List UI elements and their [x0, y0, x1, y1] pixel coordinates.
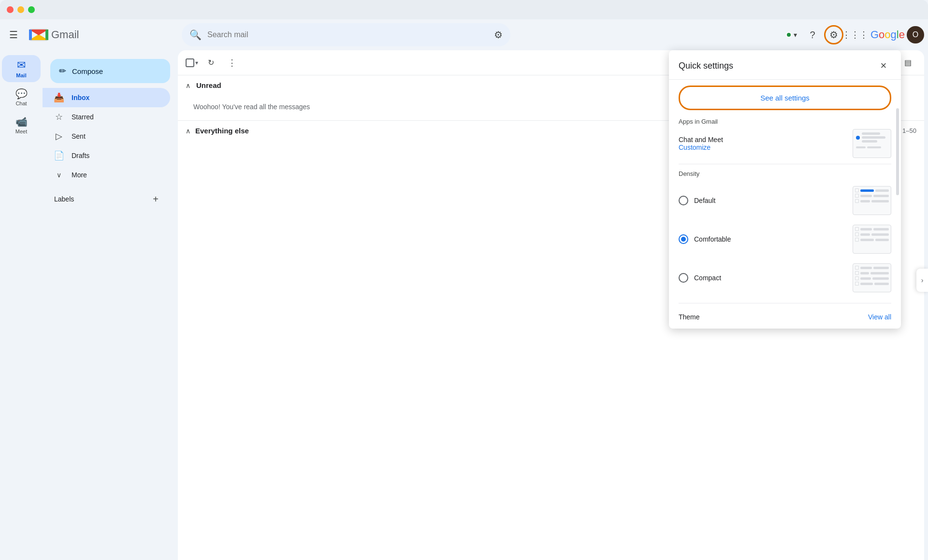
sent-icon: ▷	[53, 131, 65, 142]
sidebar-item-mail[interactable]: ✉ Mail	[2, 55, 41, 82]
theme-row: Theme View all	[679, 309, 891, 323]
sidebar-icon-nav: ✉ Mail 💬 Chat 📹 Meet	[0, 50, 43, 560]
inbox-icon: 📥	[53, 92, 65, 103]
select-chevron-icon[interactable]: ▾	[195, 59, 198, 66]
chevron-down-icon: ∨	[53, 171, 65, 179]
avatar[interactable]: O	[907, 26, 924, 43]
density-comfortable-preview	[853, 225, 891, 254]
search-bar: 🔍 ⚙	[182, 23, 510, 46]
add-label-button[interactable]: +	[149, 192, 162, 206]
sidebar-nav-drafts[interactable]: 📄 Drafts	[43, 146, 170, 165]
compose-button[interactable]: ✏ Compose	[50, 59, 170, 83]
drafts-icon: 📄	[53, 150, 65, 161]
sidebar: ✏ Compose 📥 Inbox ☆ Starred ▷ Sent 📄 Dra…	[43, 50, 178, 560]
select-all-checkbox[interactable]	[186, 58, 194, 67]
sidebar-nav-sent[interactable]: ▷ Sent	[43, 127, 170, 146]
hamburger-menu-button[interactable]: ☰	[4, 25, 23, 44]
quick-settings-scrollbar[interactable]	[896, 108, 899, 195]
status-dot	[786, 32, 792, 38]
see-all-settings-button[interactable]: See all settings	[679, 86, 891, 110]
header-right: ▾ ? ⚙ ⋮⋮⋮ Google O	[782, 25, 924, 44]
unread-collapse-icon[interactable]: ∧	[186, 82, 190, 89]
main-topbar: ☰ Gmail 🔍 ⚙	[0, 19, 928, 50]
quick-settings-body: See all settings Apps in Gmail Chat and …	[669, 80, 901, 329]
filter-icon[interactable]: ⚙	[494, 29, 503, 41]
google-g: G	[870, 29, 879, 41]
labels-section: Labels +	[43, 185, 170, 210]
density-default-preview	[853, 186, 891, 215]
mail-icon: ✉	[17, 59, 26, 72]
gmail-logo: Gmail	[23, 23, 110, 46]
sidebar-item-meet[interactable]: 📹 Meet	[2, 112, 41, 138]
sidebar-nav-starred[interactable]: ☆ Starred	[43, 107, 170, 127]
close-window-button[interactable]	[7, 6, 14, 13]
google-logo: Google	[870, 29, 905, 41]
view-all-themes-link[interactable]: View all	[868, 313, 891, 321]
density-default-radio	[679, 196, 688, 205]
chat-meet-preview	[853, 129, 891, 158]
sidebar-nav-inbox[interactable]: 📥 Inbox	[43, 88, 170, 107]
star-icon: ☆	[53, 112, 65, 122]
maximize-window-button[interactable]	[28, 6, 35, 13]
quick-settings-panel: Quick settings × See all settings Apps i…	[669, 50, 901, 329]
everything-else-collapse-icon[interactable]: ∧	[186, 127, 190, 135]
density-compact-option[interactable]: Compact	[679, 258, 891, 297]
customize-link[interactable]: Customize	[679, 144, 723, 151]
theme-divider	[679, 303, 891, 303]
select-all-area: ▾	[186, 58, 198, 67]
quick-settings-close-button[interactable]: ×	[876, 58, 891, 73]
refresh-button[interactable]: ↻	[202, 54, 219, 72]
window-chrome	[0, 0, 928, 19]
density-label: Density	[679, 170, 891, 177]
pencil-icon: ✏	[59, 66, 66, 76]
everything-else-header-left: ∧ Everything else	[186, 127, 249, 135]
density-divider	[679, 164, 891, 164]
status-indicator[interactable]: ▾	[782, 29, 801, 41]
status-chevron-icon: ▾	[794, 31, 797, 39]
meet-icon: 📹	[15, 116, 28, 128]
theme-label: Theme	[679, 313, 700, 321]
gmail-m-icon	[29, 27, 48, 43]
search-input[interactable]	[207, 30, 488, 39]
density-compact-radio	[679, 273, 688, 283]
search-icon: 🔍	[189, 29, 202, 41]
settings-button[interactable]: ⚙	[824, 25, 843, 44]
preview-dot	[856, 136, 860, 140]
minimize-window-button[interactable]	[17, 6, 24, 13]
more-options-button[interactable]: ⋮	[223, 54, 241, 72]
density-compact-preview	[853, 263, 891, 292]
google-apps-button[interactable]: ⋮⋮⋮	[845, 25, 865, 44]
topbar-logo-area: ☰ Gmail	[4, 23, 182, 46]
compact-toggle-button[interactable]: ▤	[899, 54, 916, 72]
chat-and-meet-row: Chat and Meet Customize	[679, 129, 891, 158]
sidebar-item-chat[interactable]: 💬 Chat	[2, 84, 41, 110]
help-button[interactable]: ?	[803, 25, 822, 44]
collapse-panel-handle[interactable]: ›	[916, 269, 928, 292]
density-comfortable-option[interactable]: Comfortable	[679, 220, 891, 258]
chevron-right-icon: ›	[921, 276, 924, 284]
chat-icon: 💬	[15, 88, 28, 100]
sidebar-nav-more[interactable]: ∨ More	[43, 165, 170, 185]
quick-settings-title: Quick settings	[679, 61, 733, 71]
quick-settings-header: Quick settings ×	[669, 50, 901, 80]
chat-and-meet-label: Chat and Meet	[679, 136, 723, 144]
apps-in-gmail-label: Apps in Gmail	[679, 118, 891, 125]
density-default-option[interactable]: Default	[679, 181, 891, 220]
gmail-wordmark: Gmail	[51, 29, 79, 41]
density-comfortable-radio	[679, 234, 688, 244]
